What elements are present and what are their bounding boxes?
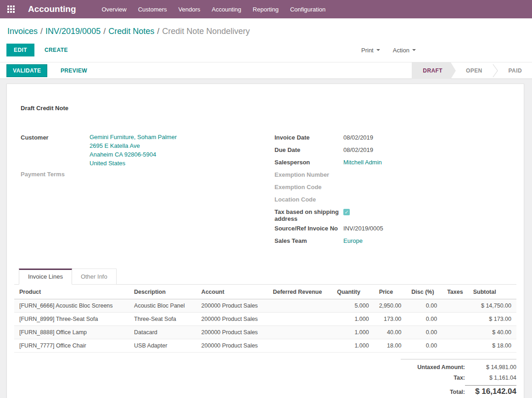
tab-other-info[interactable]: Other Info xyxy=(72,269,117,285)
create-button[interactable]: CREATE xyxy=(42,46,71,54)
breadcrumb-link-invoice-number[interactable]: INV/2019/0005 xyxy=(45,27,101,36)
customer-address: Gemini Furniture, Soham Palmer 2695 E Ka… xyxy=(90,133,177,168)
invoice-line-row[interactable]: [FURN_7777] Office Chair USB Adapter 200… xyxy=(14,339,516,353)
cell-disc: 0.00 xyxy=(406,299,442,313)
nav-menu: Overview Customers Vendors Accounting Re… xyxy=(102,6,326,13)
cell-disc: 0.00 xyxy=(406,339,442,353)
notebook-tabs: Invoice Lines Other Info xyxy=(14,269,516,285)
check-icon: ✓ xyxy=(344,209,348,215)
cell-deferred xyxy=(268,313,332,326)
payment-terms-label: Payment Terms xyxy=(21,169,90,180)
cell-deferred xyxy=(268,339,332,353)
tax-shipping-address-label: Tax based on shipping address xyxy=(274,207,343,222)
edit-button[interactable]: EDIT xyxy=(6,44,34,56)
nav-item-reporting[interactable]: Reporting xyxy=(253,6,279,13)
sales-team-value[interactable]: Europe xyxy=(343,236,363,247)
print-dropdown-label: Print xyxy=(361,47,374,54)
cell-quantity: 1.000 xyxy=(332,326,374,339)
tax-shipping-address-checkbox[interactable]: ✓ xyxy=(343,209,350,215)
tax-value: $ 1,161.04 xyxy=(465,375,516,381)
nav-item-overview[interactable]: Overview xyxy=(102,6,127,13)
table-header-row: Product Description Account Deferred Rev… xyxy=(14,285,516,299)
print-dropdown[interactable]: Print xyxy=(361,47,380,54)
customer-street[interactable]: 2695 E Katella Ave xyxy=(90,141,177,150)
col-header-deferred-revenue: Deferred Revenue xyxy=(268,285,332,299)
breadcrumb-separator: / xyxy=(103,27,106,36)
cell-description: USB Adapter xyxy=(129,339,196,353)
action-dropdowns: Print Action xyxy=(361,47,416,54)
exemption-code-label: Exemption Code xyxy=(274,182,343,193)
document-title: Draft Credit Note xyxy=(21,105,516,112)
invoice-line-row[interactable]: [FURN_6666] Acoustic Bloc Screens Acoust… xyxy=(14,299,516,313)
cell-product: [FURN_8888] Office Lamp xyxy=(14,326,129,339)
breadcrumb-separator: / xyxy=(40,27,43,36)
state-separator-icon xyxy=(493,62,498,79)
cell-disc: 0.00 xyxy=(406,326,442,339)
breadcrumb: Invoices/INV/2019/0005/Credit Notes/Cred… xyxy=(7,27,525,36)
sales-team-label: Sales Team xyxy=(274,236,343,247)
cell-quantity: 1.000 xyxy=(332,313,374,326)
caret-down-icon xyxy=(412,49,416,51)
untaxed-amount-value: $ 14,981.00 xyxy=(465,364,516,370)
untaxed-amount-label: Untaxed Amount: xyxy=(417,364,465,370)
cell-account: 200000 Product Sales xyxy=(196,339,268,353)
total-value: $ 16,142.04 xyxy=(465,385,516,398)
credit-note-sheet: Draft Credit Note Customer Gemini Furnit… xyxy=(6,84,524,398)
col-header-description: Description xyxy=(129,285,196,299)
due-date-value: 08/02/2019 xyxy=(343,145,373,156)
invoice-line-row[interactable]: [FURN_8888] Office Lamp Datacard 200000 … xyxy=(14,326,516,339)
invoice-date-value: 08/02/2019 xyxy=(343,133,373,144)
cell-description: Three-Seat Sofa xyxy=(129,313,196,326)
nav-item-accounting[interactable]: Accounting xyxy=(212,6,241,13)
col-header-subtotal: Subtotal xyxy=(468,285,516,299)
salesperson-label: Salesperson xyxy=(274,157,343,168)
cell-taxes xyxy=(442,339,468,353)
nav-item-vendors[interactable]: Vendors xyxy=(179,6,201,13)
cell-description: Datacard xyxy=(129,326,196,339)
cell-subtotal: $ 40.00 xyxy=(468,326,516,339)
content-area: Draft Credit Note Customer Gemini Furnit… xyxy=(0,79,532,398)
status-state-open[interactable]: OPEN xyxy=(456,62,493,79)
status-state-draft[interactable]: DRAFT xyxy=(412,62,451,79)
control-panel: Invoices/INV/2019/0005/Credit Notes/Cred… xyxy=(0,18,532,62)
col-header-taxes: Taxes xyxy=(442,285,468,299)
salesperson-value[interactable]: Mitchell Admin xyxy=(343,157,382,168)
customer-name-link[interactable]: Gemini Furniture, Soham Palmer xyxy=(90,133,177,141)
breadcrumb-link-invoices[interactable]: Invoices xyxy=(7,27,38,36)
preview-button[interactable]: PREVIEW xyxy=(58,67,90,74)
cell-price: 40.00 xyxy=(374,326,407,339)
cell-deferred xyxy=(268,326,332,339)
top-navbar: Accounting Overview Customers Vendors Ac… xyxy=(0,0,532,18)
col-header-disc: Disc (%) xyxy=(406,285,442,299)
cell-account: 200000 Product Sales xyxy=(196,326,268,339)
cell-taxes xyxy=(442,313,468,326)
caret-down-icon xyxy=(376,49,380,51)
source-ref-invoice-value: INV/2019/0005 xyxy=(343,224,383,235)
action-dropdown-label: Action xyxy=(393,47,409,54)
app-name[interactable]: Accounting xyxy=(28,4,76,14)
tab-invoice-lines[interactable]: Invoice Lines xyxy=(19,269,72,285)
status-pipeline: DRAFT OPEN PAID xyxy=(412,62,532,79)
nav-item-configuration[interactable]: Configuration xyxy=(290,6,325,13)
cell-account: 200000 Product Sales xyxy=(196,299,268,313)
total-label: Total: xyxy=(450,389,465,395)
nav-item-customers[interactable]: Customers xyxy=(138,6,167,13)
cell-product: [FURN_7777] Office Chair xyxy=(14,339,129,353)
cell-price: 173.00 xyxy=(374,313,407,326)
cell-price: 2,950.00 xyxy=(374,299,407,313)
breadcrumb-link-credit-notes[interactable]: Credit Notes xyxy=(108,27,154,36)
invoice-line-row[interactable]: [FURN_8999] Three-Seat Sofa Three-Seat S… xyxy=(14,313,516,326)
action-dropdown[interactable]: Action xyxy=(393,47,416,54)
customer-country[interactable]: United States xyxy=(90,159,177,168)
validate-button[interactable]: VALIDATE xyxy=(6,64,47,77)
cell-product: [FURN_6666] Acoustic Bloc Screens xyxy=(14,299,129,313)
col-header-product: Product xyxy=(14,285,129,299)
status-state-paid[interactable]: PAID xyxy=(498,62,532,79)
apps-grid-icon[interactable] xyxy=(7,6,15,13)
totals-panel: Untaxed Amount: $ 14,981.00 Tax: $ 1,161… xyxy=(401,359,516,398)
customer-city[interactable]: Anaheim CA 92806-5904 xyxy=(90,150,177,159)
cell-disc: 0.00 xyxy=(406,313,442,326)
invoice-lines-table: Product Description Account Deferred Rev… xyxy=(14,285,516,353)
col-header-quantity: Quantity xyxy=(332,285,374,299)
cell-quantity: 5.000 xyxy=(332,299,374,313)
